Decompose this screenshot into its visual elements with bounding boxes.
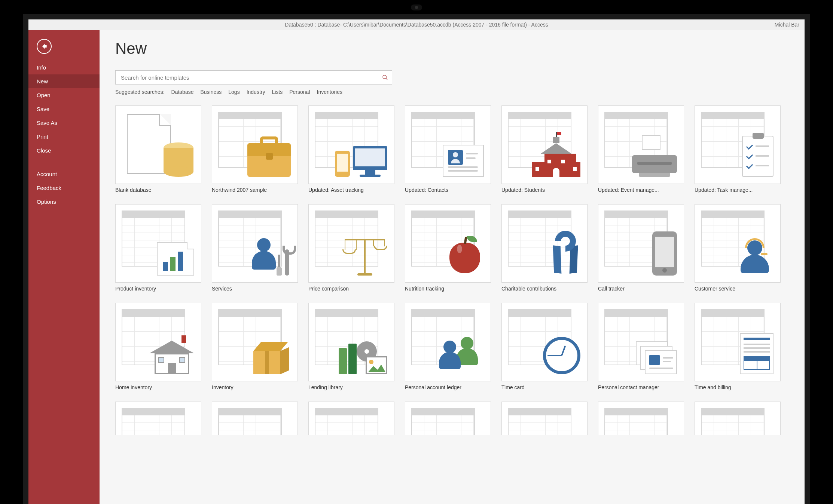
briefcase-icon bbox=[247, 143, 291, 177]
awareness-ribbon-icon bbox=[550, 231, 580, 276]
template-time-and-billing[interactable]: Time and billing bbox=[695, 303, 781, 390]
template-event-management[interactable]: Updated: Event manage... bbox=[598, 105, 684, 193]
template-label: Price comparison bbox=[308, 286, 394, 292]
template-partial[interactable] bbox=[405, 402, 491, 435]
sidebar-item-close[interactable]: Close bbox=[28, 144, 100, 157]
template-nutrition-tracking[interactable]: Nutrition tracking bbox=[405, 204, 491, 292]
sidebar-item-print[interactable]: Print bbox=[28, 130, 100, 144]
template-label: Inventory bbox=[212, 384, 298, 390]
search-icon bbox=[382, 74, 388, 80]
sidebar-item-open[interactable]: Open bbox=[28, 88, 100, 102]
template-personal-contact-manager[interactable]: Personal contact manager bbox=[598, 303, 684, 390]
title-bar: Database50 : Database- C:\Users\mibar\Do… bbox=[28, 19, 805, 30]
suggest-inventories[interactable]: Inventories bbox=[317, 89, 342, 95]
template-label: Updated: Students bbox=[501, 187, 588, 193]
sidebar-item-info[interactable]: Info bbox=[28, 61, 100, 74]
template-charitable-contributions[interactable]: Charitable contributions bbox=[501, 204, 588, 292]
suggest-logs[interactable]: Logs bbox=[228, 89, 239, 95]
sidebar-item-feedback[interactable]: Feedback bbox=[28, 181, 100, 195]
house-icon bbox=[149, 337, 194, 374]
camera-notch bbox=[411, 4, 422, 10]
media-library-icon bbox=[339, 337, 387, 374]
sidebar-item-options[interactable]: Options bbox=[28, 195, 100, 209]
template-partial[interactable] bbox=[695, 402, 781, 435]
sidebar-item-account[interactable]: Account bbox=[28, 167, 100, 181]
template-label: Northwind 2007 sample bbox=[212, 187, 298, 193]
sidebar-item-save[interactable]: Save bbox=[28, 102, 100, 116]
template-task-management[interactable]: Updated: Task manage... bbox=[695, 105, 781, 193]
svg-point-0 bbox=[383, 75, 386, 79]
database-cylinder-icon bbox=[164, 142, 193, 177]
balance-scale-icon bbox=[342, 234, 387, 276]
template-label: Product inventory bbox=[115, 286, 201, 292]
template-contacts[interactable]: Updated: Contacts bbox=[405, 105, 491, 193]
page-title: New bbox=[115, 40, 789, 58]
template-search-button[interactable] bbox=[378, 71, 392, 84]
apple-icon bbox=[446, 234, 484, 276]
template-label: Personal account ledger bbox=[405, 384, 491, 390]
template-partial[interactable] bbox=[598, 402, 684, 435]
template-label: Updated: Asset tracking bbox=[308, 187, 394, 193]
suggest-industry[interactable]: Industry bbox=[247, 89, 265, 95]
template-search-input[interactable] bbox=[116, 74, 378, 81]
template-product-inventory[interactable]: Product inventory bbox=[115, 204, 201, 292]
template-lending-library[interactable]: Lending library bbox=[308, 303, 394, 390]
phone-icon bbox=[652, 231, 677, 276]
template-partial[interactable] bbox=[115, 402, 201, 435]
suggest-database[interactable]: Database bbox=[171, 89, 194, 95]
bar-chart-icon bbox=[157, 242, 194, 276]
signed-in-user: Michal Bar bbox=[775, 22, 805, 28]
template-label: Customer service bbox=[695, 286, 781, 292]
template-time-card[interactable]: Time card bbox=[501, 303, 588, 390]
template-personal-account-ledger[interactable]: Personal account ledger bbox=[405, 303, 491, 390]
devices-icon bbox=[335, 136, 387, 177]
template-label: Time and billing bbox=[695, 384, 781, 390]
table-icon bbox=[122, 408, 185, 435]
template-home-inventory[interactable]: Home inventory bbox=[115, 303, 201, 390]
table-icon bbox=[411, 408, 475, 435]
back-button[interactable] bbox=[37, 39, 52, 54]
template-partial[interactable] bbox=[308, 402, 394, 435]
template-grid: Blank database Northwind 2007 sample bbox=[115, 105, 789, 435]
template-northwind[interactable]: Northwind 2007 sample bbox=[212, 105, 298, 193]
template-search[interactable] bbox=[115, 70, 392, 84]
template-partial[interactable] bbox=[501, 402, 588, 435]
table-icon bbox=[508, 408, 571, 435]
template-partial[interactable] bbox=[212, 402, 298, 435]
sidebar-item-save-as[interactable]: Save As bbox=[28, 116, 100, 130]
suggested-searches: Suggested searches: Database Business Lo… bbox=[115, 89, 789, 95]
suggest-personal[interactable]: Personal bbox=[289, 89, 310, 95]
template-label: Updated: Contacts bbox=[405, 187, 491, 193]
sidebar-item-new[interactable]: New bbox=[28, 74, 100, 88]
template-inventory[interactable]: Inventory bbox=[212, 303, 298, 390]
template-asset-tracking[interactable]: Updated: Asset tracking bbox=[308, 105, 394, 193]
template-label: Blank database bbox=[115, 187, 201, 193]
template-blank-database[interactable]: Blank database bbox=[115, 105, 201, 193]
template-students[interactable]: Updated: Students bbox=[501, 105, 588, 193]
template-thumb bbox=[115, 105, 201, 184]
invoice-icon bbox=[740, 333, 773, 374]
template-customer-service[interactable]: Customer service bbox=[695, 204, 781, 292]
contact-card-icon bbox=[443, 145, 484, 177]
svg-line-1 bbox=[386, 78, 387, 80]
template-label: Charitable contributions bbox=[501, 286, 588, 292]
suggest-lists[interactable]: Lists bbox=[272, 89, 283, 95]
template-price-comparison[interactable]: Price comparison bbox=[308, 204, 394, 292]
printer-icon bbox=[632, 143, 677, 177]
template-label: Updated: Task manage... bbox=[695, 187, 781, 193]
headset-person-icon bbox=[736, 238, 773, 276]
template-label: Time card bbox=[501, 384, 588, 390]
template-label: Services bbox=[212, 286, 298, 292]
checklist-icon bbox=[742, 136, 773, 177]
table-icon bbox=[218, 408, 282, 435]
box-icon bbox=[250, 337, 291, 374]
template-call-tracker[interactable]: Call tracker bbox=[598, 204, 684, 292]
template-label: Lending library bbox=[308, 384, 394, 390]
main-content: New Suggested searches: Database Busines… bbox=[100, 30, 805, 504]
template-services[interactable]: Services bbox=[212, 204, 298, 292]
people-icon bbox=[439, 337, 484, 374]
device-frame: Database50 : Database- C:\Users\mibar\Do… bbox=[0, 0, 833, 504]
backstage-sidebar: Info New Open Save Save As Print Close A… bbox=[28, 30, 100, 504]
table-icon bbox=[701, 408, 765, 435]
suggest-business[interactable]: Business bbox=[200, 89, 222, 95]
